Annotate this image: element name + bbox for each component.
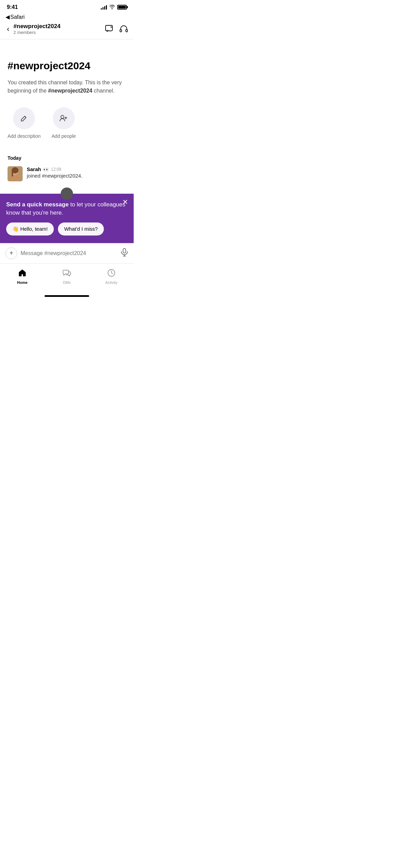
action-buttons: Add description Add people (8, 107, 126, 139)
add-attachment-button[interactable]: + (5, 248, 17, 259)
channel-description: You created this channel today. This is … (8, 79, 126, 95)
safari-label: Safari (10, 14, 25, 20)
nav-right (105, 25, 128, 34)
svg-point-3 (61, 116, 64, 119)
status-icons (101, 4, 127, 10)
add-people-label: Add people (52, 133, 76, 139)
svg-rect-2 (126, 29, 127, 32)
banner-close-button[interactable]: ✕ (122, 198, 128, 205)
channel-big-title: #newproject2024 (8, 60, 126, 72)
tab-activity[interactable]: Activity (98, 267, 125, 286)
activity-icon (107, 268, 116, 279)
add-people-button[interactable]: Add people (52, 107, 76, 139)
wifi-icon (109, 4, 115, 10)
safari-back-row: ◀ Safari (0, 12, 134, 20)
status-time: 9:41 (7, 4, 18, 10)
channel-desc-channel: #newproject2024 (48, 88, 92, 94)
back-arrow-small: ◀ (5, 14, 10, 20)
microphone-button[interactable] (121, 248, 128, 258)
add-description-button[interactable]: Add description (8, 107, 41, 139)
svg-rect-1 (120, 29, 122, 32)
message-body: Sarah 👀 12:09 joined #newproject2024. (27, 166, 83, 179)
channel-desc-end: channel. (92, 88, 114, 94)
message-input[interactable] (21, 250, 117, 256)
channel-header-title: #newproject2024 (13, 23, 105, 30)
message-input-bar: + (0, 243, 134, 263)
add-description-label: Add description (8, 133, 41, 139)
svg-rect-0 (106, 25, 112, 31)
quick-message-banner: ✕ Send a quick message to let your colle… (0, 194, 134, 243)
nav-left: ‹ (5, 23, 11, 35)
tab-dms[interactable]: DMs (53, 267, 81, 286)
home-icon (18, 268, 27, 279)
add-description-icon-circle (13, 107, 35, 129)
date-divider: Today (8, 155, 126, 161)
nav-header: ‹ #newproject2024 2 members (0, 20, 134, 39)
main-content: #newproject2024 You created this channel… (0, 39, 134, 300)
add-message-button[interactable] (105, 25, 114, 34)
tab-home[interactable]: Home (9, 267, 36, 286)
tab-dms-label: DMs (63, 280, 71, 285)
dms-icon (62, 268, 71, 279)
message-row: Sarah 👀 12:09 joined #newproject2024. (8, 166, 126, 181)
home-indicator (0, 293, 134, 300)
add-people-icon-circle (53, 107, 75, 129)
status-bar: 9:41 (0, 0, 134, 12)
avatar (8, 166, 23, 181)
channel-members-count: 2 members (13, 30, 105, 35)
banner-dot (61, 188, 73, 200)
suggestion-hello-button[interactable]: 👋 Hello, team! (6, 222, 54, 236)
tab-bar: Home DMs Activity (0, 263, 134, 293)
svg-rect-9 (123, 249, 126, 253)
message-header: Sarah 👀 12:09 (27, 166, 83, 172)
banner-text: Send a quick message to let your colleag… (6, 201, 127, 217)
home-bar (45, 295, 89, 297)
suggestion-miss-button[interactable]: What'd I miss? (58, 222, 104, 236)
message-emoji: 👀 (43, 167, 49, 172)
battery-icon (117, 5, 127, 10)
banner-bold-text: Send a quick message (6, 201, 69, 208)
quick-suggestions: 👋 Hello, team! What'd I miss? (6, 222, 127, 236)
message-time: 12:09 (51, 167, 61, 172)
headphones-button[interactable] (119, 25, 128, 34)
tab-home-label: Home (17, 280, 28, 285)
tab-activity-label: Activity (106, 280, 118, 285)
signal-icon (101, 5, 107, 10)
back-button[interactable]: ‹ (5, 23, 11, 35)
message-author: Sarah (27, 166, 41, 172)
svg-rect-8 (12, 171, 13, 177)
message-text: joined #newproject2024. (27, 173, 83, 179)
channel-header-info: #newproject2024 2 members (13, 23, 105, 35)
